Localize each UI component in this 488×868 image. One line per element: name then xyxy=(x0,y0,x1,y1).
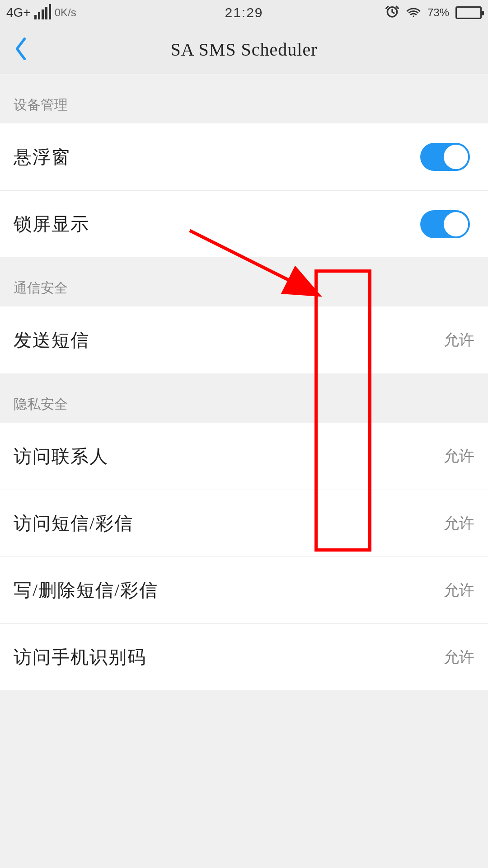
privacy-settings-list: 访问联系人 允许 访问短信/彩信 允许 写/删除短信/彩信 允许 访问手机识别码… xyxy=(0,423,488,690)
signal-bars-icon xyxy=(34,6,51,19)
setting-value: 允许 xyxy=(444,446,474,467)
section-header-comm: 通信安全 xyxy=(0,257,488,307)
setting-label: 访问联系人 xyxy=(14,444,108,469)
toggle-switch[interactable] xyxy=(420,210,470,238)
section-header-privacy: 隐私安全 xyxy=(0,373,488,423)
setting-value: 允许 xyxy=(444,330,474,350)
network-speed: 0K/s xyxy=(55,6,76,19)
setting-label: 访问短信/彩信 xyxy=(14,511,133,536)
comm-settings-list: 发送短信 允许 xyxy=(0,307,488,373)
wifi-icon xyxy=(406,4,421,21)
setting-write-delete-sms-mms[interactable]: 写/删除短信/彩信 允许 xyxy=(0,557,488,623)
nav-bar: SA SMS Scheduler xyxy=(0,25,488,74)
setting-label: 写/删除短信/彩信 xyxy=(14,578,158,603)
setting-label: 锁屏显示 xyxy=(14,212,89,236)
alarm-icon xyxy=(385,4,399,22)
toggle-switch[interactable] xyxy=(420,143,470,171)
status-right: 73% xyxy=(385,4,482,22)
back-button[interactable] xyxy=(14,38,28,62)
network-type: 4G+ xyxy=(6,5,31,20)
setting-label: 访问手机识别码 xyxy=(14,645,146,670)
status-bar: 4G+ 0K/s 21:29 73% xyxy=(0,0,488,25)
setting-lockscreen-display[interactable]: 锁屏显示 xyxy=(0,190,488,257)
setting-access-sms-mms[interactable]: 访问短信/彩信 允许 xyxy=(0,490,488,557)
setting-value: 允许 xyxy=(444,513,474,534)
setting-access-device-id[interactable]: 访问手机识别码 允许 xyxy=(0,623,488,690)
battery-percent: 73% xyxy=(427,6,449,19)
page-title: SA SMS Scheduler xyxy=(171,39,318,60)
section-header-device: 设备管理 xyxy=(0,74,488,123)
setting-label: 悬浮窗 xyxy=(14,145,70,170)
status-time: 21:29 xyxy=(225,5,263,20)
setting-label: 发送短信 xyxy=(14,328,89,353)
status-left: 4G+ 0K/s xyxy=(6,5,76,20)
setting-access-contacts[interactable]: 访问联系人 允许 xyxy=(0,423,488,490)
setting-value: 允许 xyxy=(444,580,474,601)
setting-floating-window[interactable]: 悬浮窗 xyxy=(0,123,488,190)
setting-value: 允许 xyxy=(444,647,474,668)
battery-icon xyxy=(455,6,482,19)
setting-send-sms[interactable]: 发送短信 允许 xyxy=(0,307,488,373)
device-settings-list: 悬浮窗 锁屏显示 xyxy=(0,123,488,257)
